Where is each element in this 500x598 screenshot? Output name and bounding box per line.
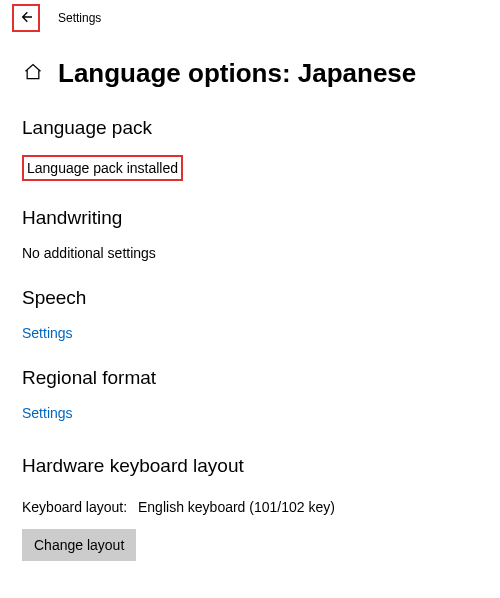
heading-speech: Speech (22, 287, 478, 309)
language-pack-status-highlight: Language pack installed (22, 155, 183, 181)
page-header: Language options: Japanese (22, 58, 478, 89)
section-speech: Speech Settings (22, 287, 478, 341)
section-language-pack: Language pack Language pack installed (22, 117, 478, 181)
back-button[interactable] (12, 4, 40, 32)
handwriting-status: No additional settings (22, 245, 478, 261)
section-hardware-keyboard: Hardware keyboard layout Keyboard layout… (22, 455, 478, 561)
content-area: Language options: Japanese Language pack… (0, 36, 500, 561)
home-button[interactable] (22, 63, 44, 85)
section-regional-format: Regional format Settings (22, 367, 478, 421)
arrow-left-icon (18, 9, 34, 28)
heading-regional-format: Regional format (22, 367, 478, 389)
titlebar: Settings (0, 0, 500, 36)
app-title: Settings (58, 11, 101, 25)
home-icon (23, 62, 43, 85)
change-layout-button[interactable]: Change layout (22, 529, 136, 561)
keyboard-layout-value: English keyboard (101/102 key) (138, 499, 335, 515)
speech-settings-link[interactable]: Settings (22, 325, 478, 341)
heading-handwriting: Handwriting (22, 207, 478, 229)
keyboard-layout-label: Keyboard layout: (22, 499, 138, 515)
heading-language-pack: Language pack (22, 117, 478, 139)
keyboard-layout-row: Keyboard layout: English keyboard (101/1… (22, 499, 478, 515)
regional-format-settings-link[interactable]: Settings (22, 405, 478, 421)
heading-hardware-keyboard: Hardware keyboard layout (22, 455, 478, 477)
page-title: Language options: Japanese (58, 58, 416, 89)
section-handwriting: Handwriting No additional settings (22, 207, 478, 261)
language-pack-status: Language pack installed (27, 160, 178, 176)
